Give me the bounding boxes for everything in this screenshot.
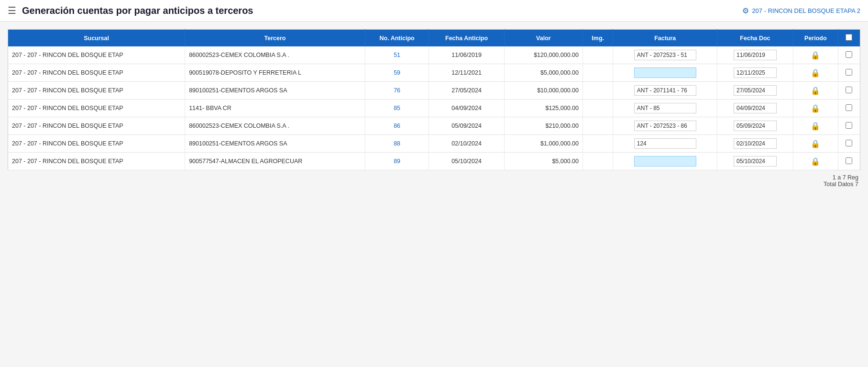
menu-icon[interactable]: ☰	[8, 5, 16, 16]
cell-img	[583, 135, 613, 153]
cell-fecha-doc[interactable]	[717, 64, 793, 82]
cell-factura[interactable]	[613, 46, 717, 64]
cell-factura[interactable]	[613, 100, 717, 117]
col-no-anticipo: No. Anticipo	[365, 30, 429, 47]
lock-red-icon[interactable]: 🔒	[811, 69, 820, 77]
row-select-checkbox[interactable]	[846, 87, 852, 93]
cell-tercero: 900577547-ALMACEN EL AGROPECUAR	[185, 153, 365, 170]
table-row: 207 - 207 - RINCON DEL BOSQUE ETAP900519…	[8, 64, 860, 82]
fecha-doc-input[interactable]	[734, 85, 777, 96]
row-select-checkbox[interactable]	[846, 140, 852, 146]
cell-fecha-anticipo: 05/10/2024	[429, 153, 504, 170]
cell-sucursal: 207 - 207 - RINCON DEL BOSQUE ETAP	[8, 100, 185, 117]
cell-checkbox[interactable]	[838, 153, 860, 170]
lock-green-icon[interactable]: 🔒	[811, 157, 820, 166]
factura-input[interactable]	[634, 50, 696, 60]
col-valor: Valor	[504, 30, 582, 47]
cell-periodo[interactable]: 🔒	[793, 82, 838, 100]
cell-valor: $5,000,000.00	[504, 64, 582, 82]
cell-checkbox[interactable]	[838, 82, 860, 100]
cell-fecha-doc[interactable]	[717, 135, 793, 153]
table-row: 207 - 207 - RINCON DEL BOSQUE ETAP890100…	[8, 135, 860, 153]
factura-input[interactable]	[634, 156, 696, 167]
fecha-doc-input[interactable]	[734, 138, 777, 149]
cell-valor: $10,000,000.00	[504, 82, 582, 100]
cell-periodo[interactable]: 🔒	[793, 46, 838, 64]
cell-tercero: 1141- BBVA CR	[185, 100, 365, 117]
factura-input[interactable]	[634, 85, 696, 96]
cell-periodo[interactable]: 🔒	[793, 153, 838, 170]
cell-periodo[interactable]: 🔒	[793, 64, 838, 82]
cell-fecha-doc[interactable]	[717, 117, 793, 135]
cell-no-anticipo[interactable]: 85	[365, 100, 429, 117]
cell-no-anticipo[interactable]: 59	[365, 64, 429, 82]
cell-checkbox[interactable]	[838, 64, 860, 82]
cell-checkbox[interactable]	[838, 117, 860, 135]
col-fecha-doc: Fecha Doc	[717, 30, 793, 47]
cell-tercero: 860002523-CEMEX COLOMBIA S.A .	[185, 46, 365, 64]
factura-input[interactable]	[634, 103, 696, 113]
table-row: 207 - 207 - RINCON DEL BOSQUE ETAP890100…	[8, 82, 860, 100]
pagination-range: 1 a 7 Reg	[8, 174, 858, 181]
header-bar: ☰ Generación cuentas por pagar anticipos…	[0, 0, 868, 22]
cell-no-anticipo[interactable]: 86	[365, 117, 429, 135]
row-select-checkbox[interactable]	[846, 69, 852, 76]
cell-tercero: 900519078-DEPOSITO Y FERRETERIA L	[185, 64, 365, 82]
cell-periodo[interactable]: 🔒	[793, 135, 838, 153]
cell-sucursal: 207 - 207 - RINCON DEL BOSQUE ETAP	[8, 82, 185, 100]
row-select-checkbox[interactable]	[846, 51, 852, 58]
cell-no-anticipo[interactable]: 89	[365, 153, 429, 170]
fecha-doc-input[interactable]	[734, 156, 777, 167]
cell-no-anticipo[interactable]: 51	[365, 46, 429, 64]
factura-input[interactable]	[634, 67, 696, 78]
cell-periodo[interactable]: 🔒	[793, 117, 838, 135]
table-row: 207 - 207 - RINCON DEL BOSQUE ETAP860002…	[8, 117, 860, 135]
lock-green-icon[interactable]: 🔒	[811, 104, 820, 112]
cell-sucursal: 207 - 207 - RINCON DEL BOSQUE ETAP	[8, 117, 185, 135]
row-select-checkbox[interactable]	[846, 157, 852, 164]
cell-checkbox[interactable]	[838, 135, 860, 153]
table-row: 207 - 207 - RINCON DEL BOSQUE ETAP900577…	[8, 153, 860, 170]
fecha-doc-input[interactable]	[734, 50, 777, 60]
cell-factura[interactable]	[613, 117, 717, 135]
select-all-checkbox[interactable]	[846, 34, 852, 41]
factura-input[interactable]	[634, 138, 696, 149]
row-select-checkbox[interactable]	[846, 104, 852, 111]
cell-factura[interactable]	[613, 64, 717, 82]
cell-fecha-anticipo: 11/06/2019	[429, 46, 504, 64]
cell-valor: $210,000.00	[504, 117, 582, 135]
factura-input[interactable]	[634, 121, 696, 131]
cell-periodo[interactable]: 🔒	[793, 100, 838, 117]
cell-factura[interactable]	[613, 82, 717, 100]
lock-green-icon[interactable]: 🔒	[811, 140, 820, 148]
table-row: 207 - 207 - RINCON DEL BOSQUE ETAP1141- …	[8, 100, 860, 117]
col-checkbox[interactable]	[838, 30, 860, 47]
cell-fecha-anticipo: 02/10/2024	[429, 135, 504, 153]
lock-green-icon[interactable]: 🔒	[811, 122, 820, 130]
fecha-doc-input[interactable]	[734, 103, 777, 113]
cell-fecha-doc[interactable]	[717, 100, 793, 117]
cell-fecha-doc[interactable]	[717, 46, 793, 64]
pagination-total: Total Datos 7	[8, 181, 858, 188]
fecha-doc-input[interactable]	[734, 67, 777, 78]
cell-fecha-doc[interactable]	[717, 82, 793, 100]
cell-checkbox[interactable]	[838, 46, 860, 64]
cell-factura[interactable]	[613, 135, 717, 153]
cell-checkbox[interactable]	[838, 100, 860, 117]
lock-green-icon[interactable]: 🔒	[811, 51, 820, 59]
cell-sucursal: 207 - 207 - RINCON DEL BOSQUE ETAP	[8, 64, 185, 82]
main-content: Sucursal Tercero No. Anticipo Fecha Anti…	[0, 22, 868, 196]
cell-fecha-doc[interactable]	[717, 153, 793, 170]
col-sucursal: Sucursal	[8, 30, 185, 47]
fecha-doc-input[interactable]	[734, 121, 777, 131]
cell-factura[interactable]	[613, 153, 717, 170]
cell-fecha-anticipo: 05/09/2024	[429, 117, 504, 135]
page-title: Generación cuentas por pagar anticipos a…	[22, 5, 742, 16]
lock-green-icon[interactable]: 🔒	[811, 87, 820, 95]
cell-no-anticipo[interactable]: 76	[365, 82, 429, 100]
data-table: Sucursal Tercero No. Anticipo Fecha Anti…	[8, 29, 860, 170]
cell-no-anticipo[interactable]: 88	[365, 135, 429, 153]
row-select-checkbox[interactable]	[846, 122, 852, 129]
pagination-info: 1 a 7 Reg Total Datos 7	[8, 170, 860, 189]
cell-fecha-anticipo: 04/09/2024	[429, 100, 504, 117]
